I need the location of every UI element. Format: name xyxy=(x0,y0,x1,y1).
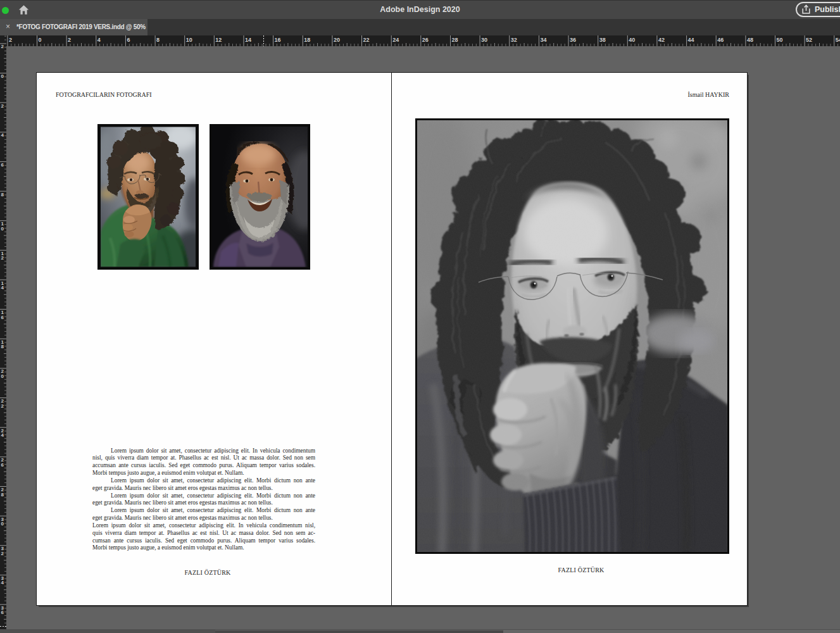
svg-text:8: 8 xyxy=(1,192,4,197)
svg-text:16: 16 xyxy=(275,37,281,43)
svg-text:30: 30 xyxy=(481,37,487,43)
svg-text:4: 4 xyxy=(1,580,4,586)
svg-text:34: 34 xyxy=(540,37,546,43)
svg-text:0: 0 xyxy=(39,37,42,43)
svg-text:4: 4 xyxy=(1,285,4,291)
svg-text:2: 2 xyxy=(9,37,12,43)
svg-text:0: 0 xyxy=(1,226,4,232)
svg-text:46: 46 xyxy=(717,37,724,43)
svg-text:2: 2 xyxy=(68,37,71,43)
svg-text:0: 0 xyxy=(1,373,4,379)
svg-text:44: 44 xyxy=(688,37,694,43)
svg-text:50: 50 xyxy=(777,37,783,43)
svg-text:6: 6 xyxy=(127,37,130,43)
svg-text:42: 42 xyxy=(658,37,665,43)
svg-text:4: 4 xyxy=(1,432,4,438)
svg-text:20: 20 xyxy=(334,37,340,43)
svg-text:14: 14 xyxy=(245,37,251,43)
svg-text:36: 36 xyxy=(570,37,576,43)
svg-text:2: 2 xyxy=(1,44,4,49)
svg-text:26: 26 xyxy=(422,37,429,43)
svg-text:52: 52 xyxy=(806,37,812,43)
svg-text:2: 2 xyxy=(1,403,4,409)
svg-text:0: 0 xyxy=(1,521,4,527)
svg-text:24: 24 xyxy=(392,37,399,43)
svg-text:48: 48 xyxy=(747,37,753,43)
svg-text:6: 6 xyxy=(1,162,4,168)
svg-text:2: 2 xyxy=(1,103,4,109)
svg-text:8: 8 xyxy=(1,492,4,498)
svg-text:54: 54 xyxy=(836,37,840,43)
svg-text:28: 28 xyxy=(452,37,458,43)
svg-text:22: 22 xyxy=(363,37,370,43)
svg-text:8: 8 xyxy=(1,344,4,349)
svg-text:6: 6 xyxy=(1,610,4,615)
svg-text:0: 0 xyxy=(1,73,4,79)
svg-text:12: 12 xyxy=(215,37,222,43)
svg-text:4: 4 xyxy=(1,132,4,138)
svg-text:2: 2 xyxy=(1,255,4,261)
svg-text:18: 18 xyxy=(304,37,310,43)
svg-text:38: 38 xyxy=(599,37,606,43)
svg-text:32: 32 xyxy=(511,37,517,43)
svg-text:10: 10 xyxy=(186,37,192,43)
svg-text:4: 4 xyxy=(97,37,101,43)
svg-text:6: 6 xyxy=(1,315,4,320)
svg-text:40: 40 xyxy=(629,37,635,43)
svg-text:8: 8 xyxy=(156,37,160,43)
svg-text:6: 6 xyxy=(1,462,4,468)
svg-text:2: 2 xyxy=(1,551,4,556)
